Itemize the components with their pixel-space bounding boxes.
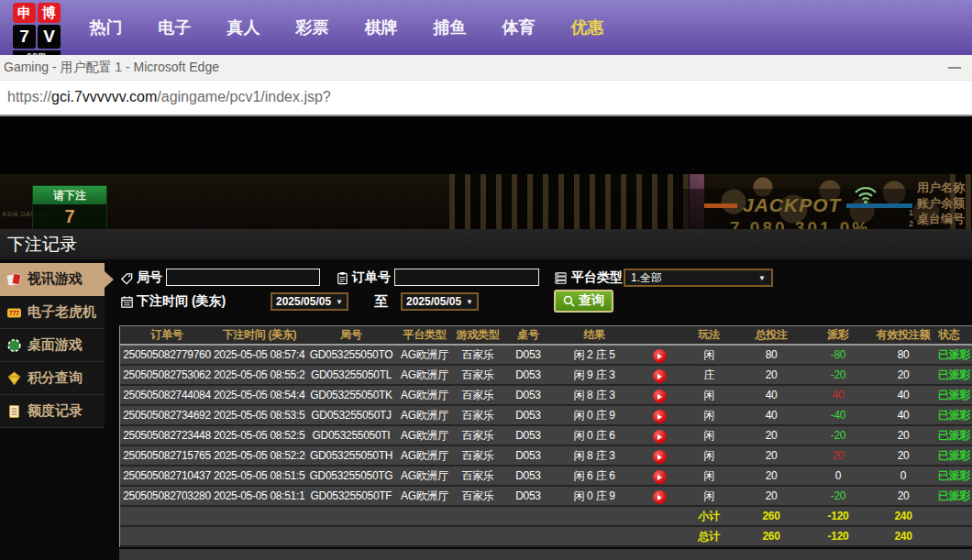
column-header: 有效投注额 (868, 326, 938, 344)
cell-bet-time: 2025-05-05 08:51:17 (214, 487, 305, 505)
table-row: 2505050827346922025-05-05 08:53:55GD0532… (120, 406, 972, 426)
table-row: 2505050827104372025-05-05 08:51:56GD0532… (120, 467, 972, 487)
cell-result: 闲 0 庄 6 (553, 426, 635, 445)
cell-payout: 20 (808, 446, 868, 465)
banner-stripes-decor (449, 174, 697, 229)
play-video-icon[interactable] (653, 349, 667, 363)
nav-item-1[interactable]: 热门 (72, 16, 140, 38)
date-from-value: 2025/05/05 (276, 295, 331, 308)
play-video-icon[interactable] (653, 450, 667, 464)
play-video-icon[interactable] (653, 369, 667, 383)
date-to-select[interactable]: 2025/05/05 ▼ (401, 292, 479, 311)
nav-item-4[interactable]: 彩票 (278, 16, 347, 38)
search-button[interactable]: 查询 (554, 290, 613, 313)
cell-total-bet: 20 (735, 487, 808, 505)
table-body: 2505050827797602025-05-05 08:57:41GD0532… (120, 346, 972, 547)
cell-play-video (635, 366, 683, 384)
cell-payout: -80 (808, 346, 868, 364)
cell-order-no: 250505082703280 (120, 487, 214, 505)
order-no-label: 订单号 (352, 269, 391, 286)
nav-item-8[interactable]: 优惠 (553, 16, 622, 38)
site-logo[interactable]: 申 博 7 V com (13, 3, 61, 55)
round-no-label: 局号 (137, 269, 162, 286)
cell-status: 已派彩 (938, 487, 972, 505)
cell-result: 闲 8 庄 3 (553, 446, 635, 465)
cell-play-type: 闲 (683, 446, 735, 465)
cell-play-video (635, 386, 683, 404)
address-bar[interactable]: https://gci.7vvvvvv.com/agingame/pcv1/in… (0, 81, 972, 116)
records-icon (6, 404, 22, 419)
search-icon (563, 295, 575, 307)
column-header: 平台类型 (397, 326, 452, 344)
cell-order-no: 250505082753062 (120, 366, 214, 384)
cell-valid-bet: 80 (868, 346, 938, 364)
cell-table-no: D053 (503, 406, 553, 424)
game-banner: ASIA GAMING 请下注 7 JACKPOT 7,080,301.0% 1… (0, 174, 972, 229)
cell-empty (553, 507, 635, 525)
cell-order-no: 250505082715765 (120, 446, 214, 465)
cell-status: 已派彩 (938, 346, 972, 364)
cell-empty (120, 507, 214, 525)
cell-platform: AG欧洲厅 (397, 386, 452, 404)
sidebar-item-桌面游戏[interactable]: 桌面游戏 (0, 329, 105, 362)
round-no-input[interactable] (166, 269, 320, 286)
column-header: 状态 (938, 326, 972, 344)
points-icon (6, 371, 22, 386)
cell-result: 闲 9 庄 3 (553, 366, 635, 384)
site-header: 申 博 7 V com 热门电子真人彩票棋牌捕鱼体育优惠 (0, 0, 972, 55)
play-triangle (657, 495, 662, 500)
cell-game-type: 百家乐 (452, 406, 503, 424)
cell-play-type: 闲 (683, 386, 735, 404)
nav-item-2[interactable]: 电子 (140, 16, 209, 38)
nav-item-7[interactable]: 体育 (484, 16, 553, 38)
cell-bet-time: 2025-05-05 08:52:59 (214, 426, 305, 445)
page-title-bar: 下注记录 (0, 229, 972, 259)
logo-badge-bo: 博 (38, 3, 61, 23)
cell-total-bet: 20 (735, 446, 808, 465)
cell-round-no: GD053255050TK (305, 386, 397, 404)
bet-records-table: 订单号下注时间 (美东)局号平台类型游戏类型桌号结果玩法总投注派彩有效投注额状态… (119, 325, 972, 547)
cell-table-no: D053 (503, 467, 553, 485)
play-triangle (657, 434, 662, 440)
cell-total-bet: 40 (735, 406, 808, 424)
order-no-input[interactable] (394, 269, 539, 286)
cell-empty (214, 507, 305, 525)
date-from-select[interactable]: 2025/05/05 ▼ (271, 292, 348, 311)
clipboard-icon (336, 271, 349, 285)
cell-table-no: D053 (503, 346, 553, 364)
cell-result: 闲 0 庄 9 (553, 487, 635, 505)
cell-empty (452, 507, 503, 525)
nav-item-6[interactable]: 捕鱼 (415, 16, 484, 38)
cell-order-no: 250505082723448 (120, 426, 214, 445)
cell-status: 已派彩 (938, 386, 972, 404)
sidebar-item-额度记录[interactable]: 额度记录 (0, 395, 105, 428)
cell-empty (120, 527, 214, 545)
cell-table-no: D053 (503, 446, 553, 465)
cell-result: 闲 8 庄 3 (553, 386, 635, 404)
cell-platform: AG欧洲厅 (397, 467, 452, 485)
player-info-label: 桌台编号 (917, 211, 972, 226)
jackpot-label: JACKPOT (743, 194, 841, 216)
minimize-button[interactable] (948, 67, 961, 69)
play-video-icon[interactable] (653, 390, 667, 403)
cell-payout: -20 (808, 426, 868, 445)
cell-platform: AG欧洲厅 (397, 346, 452, 364)
nav-item-5[interactable]: 棋牌 (347, 16, 415, 38)
play-video-icon[interactable] (653, 470, 667, 484)
grand-total-row-total-bet: 260 (735, 527, 808, 545)
play-video-icon[interactable] (653, 430, 667, 444)
play-video-icon[interactable] (653, 490, 667, 504)
cell-payout: 0 (808, 467, 868, 485)
column-header: 下注时间 (美东) (214, 326, 305, 344)
bet-prompt-box: 请下注 7 (32, 185, 107, 229)
nav-item-3[interactable]: 真人 (209, 16, 278, 38)
sidebar-item-积分查询[interactable]: 积分查询 (0, 362, 105, 395)
column-header: 订单号 (120, 326, 214, 344)
cell-play-video (635, 467, 683, 485)
cell-platform: AG欧洲厅 (397, 426, 452, 445)
cell-game-type: 百家乐 (452, 366, 503, 384)
date-to-value: 2025/05/05 (406, 295, 461, 308)
play-video-icon[interactable] (653, 410, 667, 423)
platform-select[interactable]: 1.全部 ▼ (624, 269, 773, 287)
cell-empty (305, 527, 397, 545)
